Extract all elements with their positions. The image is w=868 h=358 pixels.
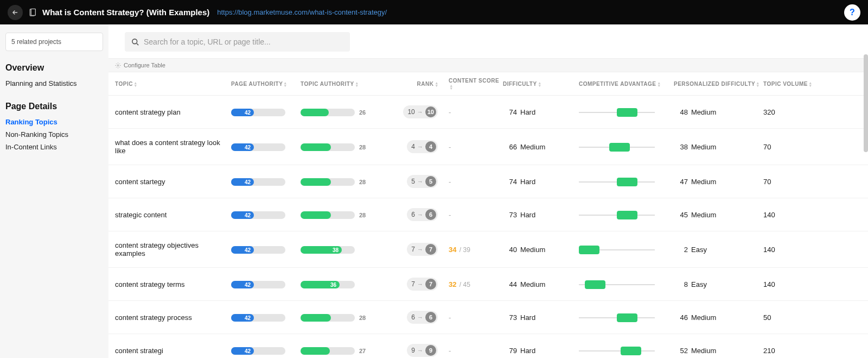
col-header-topic-volume[interactable]: TOPIC VOLUME <box>763 81 818 87</box>
personalized-difficulty-cell: 47Medium <box>674 178 763 186</box>
difficulty-cell: 44Medium <box>503 280 579 288</box>
topic-text: content strategy terms <box>115 280 185 288</box>
topic-authority-bar: 28 <box>301 211 355 219</box>
content-score-cell: - <box>449 178 503 186</box>
back-button[interactable] <box>8 5 23 20</box>
table-row[interactable]: content strategy plan422610→10-74Hard48M… <box>108 96 868 129</box>
competitive-advantage-slider <box>579 181 655 183</box>
sidebar-item[interactable]: In-Content Links <box>5 141 103 153</box>
rank-pill: 6→6 <box>407 311 438 324</box>
sidebar: 5 related projects OverviewPlanning and … <box>0 24 108 358</box>
topic-volume-cell: 140 <box>763 211 818 219</box>
page-authority-bar: 42 <box>231 314 285 322</box>
topic-text: content strategy objectives examples <box>115 241 199 257</box>
topic-volume-cell: 70 <box>763 178 818 186</box>
topic-volume-cell: 140 <box>763 280 818 288</box>
related-projects-box[interactable]: 5 related projects <box>5 33 103 51</box>
topic-authority-bar: 28 <box>301 143 355 151</box>
topic-text: content strategy process <box>115 313 192 322</box>
page-icon <box>28 8 37 17</box>
topic-authority-bar: 38 <box>301 246 355 254</box>
col-header-page-authority[interactable]: PAGE AUTHORITY <box>231 81 301 87</box>
sort-icon <box>450 84 453 90</box>
difficulty-cell: 74Hard <box>503 108 579 116</box>
scrollbar[interactable] <box>864 54 868 152</box>
content-score-cell: - <box>449 347 503 355</box>
configure-table-button[interactable]: Configure Table <box>108 58 868 72</box>
table-row[interactable]: content strategy objectives examples4238… <box>108 231 868 268</box>
col-header-difficulty[interactable]: DIFFICULTY <box>503 81 579 87</box>
page-authority-bar: 42 <box>231 347 285 355</box>
sort-icon <box>436 81 438 87</box>
help-button[interactable]: ? <box>844 4 860 21</box>
difficulty-cell: 74Hard <box>503 178 579 186</box>
personalized-difficulty-cell: 46Medium <box>674 313 763 322</box>
col-header-topic[interactable]: TOPIC <box>115 81 231 87</box>
topic-volume-cell: 70 <box>763 143 818 151</box>
sidebar-heading: Page Details <box>5 102 103 111</box>
search-input[interactable] <box>144 37 343 46</box>
content-score-cell: - <box>449 143 503 151</box>
col-header-rank[interactable]: RANK <box>394 81 449 87</box>
sort-icon <box>284 81 287 87</box>
sidebar-item[interactable]: Non-Ranking Topics <box>5 128 103 141</box>
personalized-difficulty-cell: 45Medium <box>674 211 763 219</box>
page-authority-bar: 42 <box>231 281 285 288</box>
configure-table-label: Configure Table <box>124 62 165 68</box>
table-header: TOPIC PAGE AUTHORITY TOPIC AUTHORITY RAN… <box>108 72 868 96</box>
search-bar[interactable] <box>125 32 350 52</box>
content-score-cell: - <box>449 211 503 219</box>
svg-point-2 <box>132 39 137 43</box>
sort-icon <box>757 81 760 87</box>
competitive-advantage-slider <box>579 215 655 216</box>
content-score-cell: 34 / 39 <box>449 246 503 254</box>
competitive-advantage-slider <box>579 350 655 351</box>
arrow-right-icon: → <box>417 178 423 185</box>
page-authority-bar: 42 <box>231 143 285 151</box>
svg-point-3 <box>117 65 119 66</box>
topic-text: content startegy <box>115 178 165 186</box>
table-row[interactable]: content strategy process42286→6-73Hard46… <box>108 301 868 334</box>
rank-pill: 4→4 <box>407 140 438 153</box>
search-icon <box>131 38 139 46</box>
sidebar-item[interactable]: Planning and Statistics <box>5 77 103 90</box>
table-row[interactable]: strategic content42286→6-73Hard45Medium1… <box>108 198 868 231</box>
rank-pill: 5→5 <box>407 175 438 188</box>
topic-authority-bar: 27 <box>301 347 355 355</box>
arrow-right-icon: → <box>417 314 423 321</box>
topic-text: what does a content strategy look like <box>115 139 220 155</box>
competitive-advantage-slider <box>579 147 655 148</box>
table-row[interactable]: content strategy terms42367→732 / 4544Me… <box>108 268 868 301</box>
table-row[interactable]: content strategi42279→9-79Hard52Medium21… <box>108 334 868 358</box>
topic-authority-bar: 36 <box>301 281 355 288</box>
col-header-competitive-advantage[interactable]: COMPETITIVE ADVANTAGE <box>579 81 674 87</box>
svg-rect-1 <box>31 9 35 15</box>
topic-authority-bar: 28 <box>301 178 355 186</box>
arrow-right-icon: → <box>417 281 423 287</box>
main-content: Configure Table TOPIC PAGE AUTHORITY TOP… <box>108 24 868 358</box>
competitive-advantage-slider <box>579 249 655 250</box>
sort-icon <box>135 81 137 87</box>
sidebar-heading: Overview <box>5 63 103 73</box>
difficulty-cell: 79Hard <box>503 347 579 355</box>
col-header-content-score[interactable]: CONTENT SCORE <box>449 78 503 90</box>
difficulty-cell: 73Hard <box>503 211 579 219</box>
col-header-topic-authority[interactable]: TOPIC AUTHORITY <box>301 81 394 87</box>
sidebar-item[interactable]: Ranking Topics <box>5 116 103 128</box>
rank-pill: 7→7 <box>407 278 438 291</box>
rank-pill: 10→10 <box>403 105 438 118</box>
table-row[interactable]: content startegy42285→5-74Hard47Medium70 <box>108 165 868 198</box>
arrow-right-icon: → <box>417 143 423 150</box>
rank-pill: 6→6 <box>407 208 438 221</box>
table-row[interactable]: what does a content strategy look like42… <box>108 129 868 165</box>
topic-text: strategic content <box>115 211 167 219</box>
difficulty-cell: 73Hard <box>503 313 579 322</box>
col-header-personalized-difficulty[interactable]: PERSONALIZED DIFFICULTY <box>674 81 763 87</box>
page-authority-bar: 42 <box>231 109 285 116</box>
sort-icon <box>356 81 359 87</box>
page-url[interactable]: https://blog.marketmuse.com/what-is-cont… <box>217 8 387 16</box>
topic-volume-cell: 50 <box>763 313 818 322</box>
topic-authority-bar: 28 <box>301 314 355 322</box>
competitive-advantage-slider <box>579 317 655 318</box>
gear-icon <box>115 62 121 68</box>
